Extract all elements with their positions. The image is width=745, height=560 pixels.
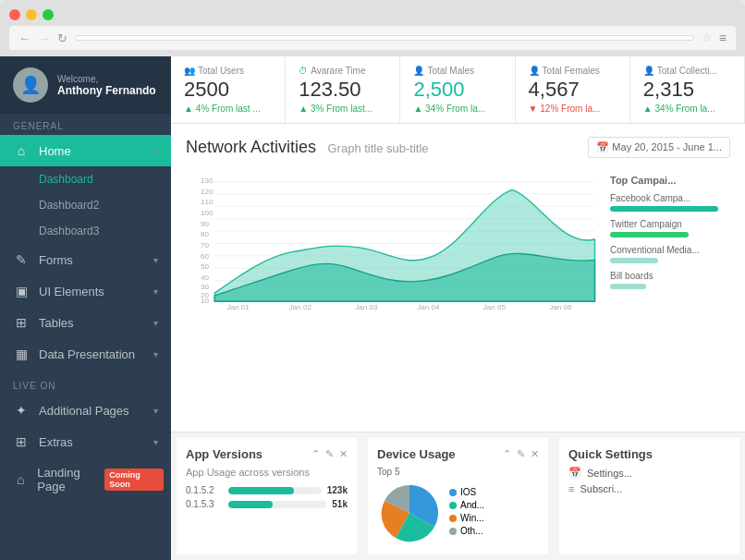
sidebar-item-tables-label: Tables [39, 316, 74, 330]
sidebar-item-extras[interactable]: ⊞ Extras ▾ [0, 426, 171, 457]
stat-label-4: 👤Total Collecti... [643, 66, 731, 76]
legend-ios: IOS [449, 487, 484, 497]
sidebar-item-tables[interactable]: ⊞ Tables ▾ [0, 307, 171, 338]
menu-icon[interactable]: ≡ [719, 30, 727, 45]
chart-svg-area: 130 120 110 100 90 80 70 60 50 40 30 20 … [186, 165, 599, 422]
other-dot [449, 528, 457, 535]
version-label-0: 0.1.5.2 [186, 485, 223, 495]
forms-chevron: ▾ [153, 255, 158, 265]
campaign-billboards-name: Bill boards [610, 271, 730, 281]
svg-text:Jan 06: Jan 06 [549, 303, 572, 311]
dot-yellow[interactable] [26, 9, 37, 20]
campaign-title: Top Campai... [610, 175, 730, 186]
sidebar-item-additional-pages-label: Additional Pages [39, 404, 129, 418]
chart-legend: Top Campai... Facebook Campa... Twitter … [610, 165, 730, 422]
device-usage-pin[interactable]: ✎ [517, 448, 525, 460]
chart-title: Network Activities [186, 138, 316, 156]
sidebar-sub-dashboard2[interactable]: Dashboard2 [0, 192, 171, 218]
home-icon: ⌂ [13, 143, 30, 158]
device-usage-expand[interactable]: ⌃ [503, 448, 511, 460]
dot-green[interactable] [43, 9, 54, 20]
stat-label-3: 👤Total Females [529, 66, 617, 76]
sidebar-item-landing-page[interactable]: ⌂ Landing Page Coming Soon [0, 457, 171, 502]
general-label: GENERAL [0, 114, 171, 135]
bottom-panels: App Versions ⌃ ✎ ✕ App Usage across vers… [171, 432, 745, 560]
device-pie-chart [377, 481, 442, 545]
stat-value-1: 123.50 [299, 78, 386, 102]
stat-label-2: 👤Total Males [413, 66, 501, 76]
dot-red[interactable] [9, 9, 20, 20]
forward-button[interactable]: → [38, 31, 50, 45]
svg-text:40: 40 [201, 274, 209, 282]
quick-settings-item-1[interactable]: ≡ Subscri... [568, 483, 730, 494]
windows-dot [449, 515, 457, 522]
sidebar-item-additional-pages[interactable]: ✦ Additional Pages ▾ [0, 395, 171, 426]
coming-soon-badge: Coming Soon [104, 469, 164, 491]
stat-value-0: 2500 [184, 78, 272, 102]
stat-total-collection: 👤Total Collecti... 2,315 ▲ 34% From la..… [630, 56, 745, 123]
refresh-button[interactable]: ↻ [57, 31, 67, 45]
stat-value-3: 4,567 [529, 78, 617, 102]
sidebar-item-data-label: Data Presentation [39, 347, 135, 361]
device-usage-close[interactable]: ✕ [531, 448, 539, 460]
settings-calendar-icon: 📅 [568, 467, 581, 479]
quick-settings-label-0: Settings... [587, 468, 632, 479]
svg-text:70: 70 [201, 241, 209, 250]
campaign-conventional-bar [610, 258, 658, 263]
stat-average-time: ⏱Avarare Time 123.50 ▲ 3% From last... [286, 56, 400, 123]
campaign-facebook-name: Facebook Campa... [610, 193, 730, 203]
quick-settings-panel: Quick Settings 📅 Settings... ≡ Subscri..… [559, 438, 739, 554]
stat-change-4: ▲ 34% From la... [643, 103, 731, 114]
additional-pages-icon: ✦ [13, 403, 30, 418]
additional-pages-chevron: ▾ [153, 406, 158, 416]
star-icon: ☆ [702, 31, 712, 44]
sidebar-item-data-presentation[interactable]: ▦ Data Presentation ▾ [0, 338, 171, 370]
svg-text:Jan 03: Jan 03 [355, 303, 378, 311]
svg-text:110: 110 [201, 198, 214, 206]
app-versions-close[interactable]: ✕ [339, 448, 348, 460]
tables-icon: ⊞ [13, 315, 30, 330]
android-dot [449, 502, 457, 509]
back-button[interactable]: ← [18, 31, 31, 45]
app-versions-controls: ⌃ ✎ ✕ [311, 448, 348, 460]
svg-text:Jan 01: Jan 01 [227, 303, 250, 311]
stat-change-0: ▲ 4% From last ... [184, 103, 272, 114]
app-versions-pin[interactable]: ✎ [325, 448, 334, 460]
quick-settings-item-0[interactable]: 📅 Settings... [568, 467, 730, 479]
chart-date[interactable]: 📅 May 20, 2015 - June 1... [588, 137, 730, 158]
data-chevron: ▾ [153, 349, 158, 359]
chart-title-area: Network Activities Graph title sub-title [186, 138, 429, 157]
landing-page-icon: ⌂ [13, 472, 28, 487]
stat-change-1: ▲ 3% From last... [299, 103, 386, 114]
chart-subtitle: Graph title sub-title [328, 141, 429, 155]
tables-chevron: ▾ [153, 318, 158, 328]
data-icon: ▦ [13, 347, 30, 361]
device-usage-panel: Device Usage ⌃ ✎ ✕ Top 5 [368, 438, 548, 554]
forms-icon: ✎ [13, 252, 30, 267]
svg-text:50: 50 [201, 262, 209, 271]
sidebar-item-forms[interactable]: ✎ Forms ▾ [0, 244, 171, 275]
device-usage-header: Device Usage ⌃ ✎ ✕ [377, 447, 539, 461]
home-chevron: ▾ [153, 146, 158, 156]
other-label: Oth... [460, 526, 482, 536]
svg-text:130: 130 [201, 177, 214, 185]
svg-text:30: 30 [201, 283, 209, 291]
sidebar-item-ui-elements[interactable]: ▣ UI Elements ▾ [0, 275, 171, 307]
sidebar-item-home[interactable]: ⌂ Home ▾ [0, 135, 171, 166]
svg-text:60: 60 [201, 252, 209, 261]
sidebar-sub-dashboard[interactable]: Dashboard [0, 166, 171, 192]
campaign-facebook-bar [610, 206, 718, 212]
sidebar-item-landing-label: Landing Page [37, 466, 104, 493]
campaign-facebook: Facebook Campa... [610, 193, 730, 212]
stat-label-1: ⏱Avarare Time [299, 66, 386, 76]
campaign-twitter: Twitter Campaign [610, 219, 730, 237]
sidebar: 👤 Welcome, Anthony Fernando GENERAL ⌂ Ho… [0, 56, 171, 560]
app-versions-expand[interactable]: ⌃ [311, 448, 320, 460]
android-label: And... [460, 500, 484, 510]
url-bar[interactable] [75, 35, 694, 41]
svg-text:Jan 05: Jan 05 [483, 303, 507, 311]
quick-settings-title: Quick Settings [568, 447, 653, 461]
legend-windows: Win... [449, 513, 484, 523]
sidebar-sub-dashboard3[interactable]: Dashboard3 [0, 218, 171, 244]
stats-bar: 👥Total Users 2500 ▲ 4% From last ... ⏱Av… [171, 56, 745, 124]
